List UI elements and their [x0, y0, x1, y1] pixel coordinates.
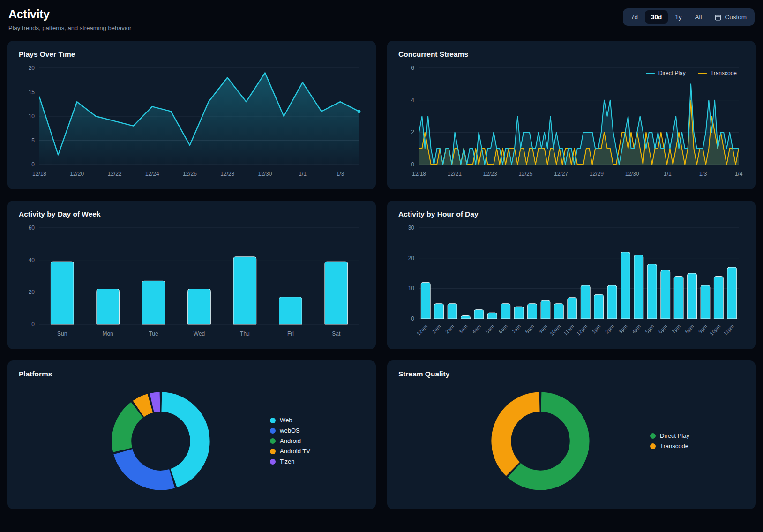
svg-text:12/26: 12/26 — [183, 171, 197, 177]
legend-item-transcode[interactable]: Transcode — [698, 70, 737, 76]
time-range-option-7d[interactable]: 7d — [625, 10, 644, 24]
legend-label: webOS — [280, 427, 300, 434]
svg-text:1/1: 1/1 — [299, 171, 307, 177]
svg-text:12/22: 12/22 — [107, 171, 121, 177]
legend-item-transcode[interactable]: Transcode — [650, 442, 689, 450]
concurrent-streams-legend: Direct PlayTranscode — [646, 70, 737, 76]
svg-text:3am: 3am — [457, 323, 469, 335]
panel-plays-over-time: Plays Over Time 0510152012/1812/2012/221… — [7, 41, 376, 189]
legend-label: Transcode — [711, 70, 737, 76]
legend-label: Web — [280, 417, 292, 424]
svg-text:0: 0 — [411, 161, 414, 168]
svg-text:7pm: 7pm — [671, 323, 682, 335]
legend-item-webos[interactable]: webOS — [270, 427, 310, 434]
svg-text:15: 15 — [29, 89, 35, 96]
svg-text:1/1: 1/1 — [664, 171, 672, 177]
hour-of-day-chart[interactable]: 010203012am1am2am3am4am5am6am7am8am9am10… — [397, 223, 745, 340]
time-range-option-30d[interactable]: 30d — [645, 10, 668, 24]
svg-text:Tue: Tue — [149, 330, 158, 337]
chart-title: Platforms — [19, 370, 366, 378]
svg-text:12/18: 12/18 — [412, 171, 426, 177]
day-of-week-chart[interactable]: 0204060SunMonTueWedThuFriSat — [18, 223, 366, 340]
svg-text:10pm: 10pm — [709, 323, 722, 337]
legend-label: Transcode — [660, 442, 688, 450]
svg-text:12/25: 12/25 — [518, 171, 532, 177]
plays-over-time-chart[interactable]: 0510152012/1812/2012/2212/2412/2612/2812… — [18, 63, 366, 180]
stream-quality-legend: Direct PlayTranscode — [650, 429, 689, 453]
page-title: Activity — [8, 7, 131, 21]
platforms-donut-chart[interactable] — [107, 387, 215, 495]
panel-concurrent-streams: Concurrent Streams 024612/1812/2112/2312… — [387, 41, 756, 189]
svg-text:12/18: 12/18 — [32, 171, 46, 177]
svg-text:Sat: Sat — [332, 330, 341, 337]
legend-label: Android — [280, 437, 301, 444]
stream-quality-donut-chart[interactable] — [486, 387, 594, 495]
legend-label: Tizen — [280, 458, 294, 465]
svg-text:10: 10 — [408, 285, 415, 292]
svg-text:12/30: 12/30 — [625, 171, 639, 177]
svg-text:12/28: 12/28 — [220, 171, 234, 177]
svg-text:11pm: 11pm — [722, 323, 735, 336]
svg-text:4pm: 4pm — [631, 323, 642, 335]
chart-title: Plays Over Time — [19, 50, 366, 59]
legend-dot — [650, 443, 656, 449]
page-title-block: Activity Play trends, patterns, and stre… — [8, 7, 131, 31]
calendar-icon — [715, 14, 721, 21]
svg-text:20: 20 — [29, 65, 35, 71]
legend-dot — [650, 433, 656, 439]
svg-text:8am: 8am — [524, 323, 535, 335]
legend-item-direct-play[interactable]: Direct Play — [646, 70, 686, 76]
svg-text:Thu: Thu — [240, 330, 250, 337]
time-range-label: All — [695, 14, 702, 21]
legend-label: Direct Play — [658, 70, 686, 76]
legend-label: Android TV — [280, 448, 310, 455]
svg-text:6pm: 6pm — [657, 323, 668, 335]
legend-item-android[interactable]: Android — [270, 437, 310, 444]
legend-item-android-tv[interactable]: Android TV — [270, 448, 310, 455]
svg-text:12/23: 12/23 — [483, 171, 497, 177]
chart-title: Concurrent Streams — [398, 50, 745, 59]
svg-text:20: 20 — [29, 289, 35, 295]
legend-dot — [270, 438, 276, 444]
time-range-label: 7d — [631, 14, 638, 21]
svg-text:4: 4 — [411, 97, 414, 104]
page-subtitle: Play trends, patterns, and streaming beh… — [8, 24, 131, 31]
svg-text:2pm: 2pm — [604, 323, 615, 335]
svg-text:12/30: 12/30 — [258, 171, 272, 177]
svg-text:10am: 10am — [549, 323, 562, 337]
svg-text:1/3: 1/3 — [337, 171, 344, 177]
panel-hour-of-day: Activity by Hour of Day 010203012am1am2a… — [387, 201, 756, 349]
svg-text:1pm: 1pm — [591, 323, 602, 335]
svg-text:Mon: Mon — [102, 330, 113, 337]
panel-platforms: Platforms WebwebOSAndroidAndroid TVTizen — [7, 360, 376, 509]
svg-text:12pm: 12pm — [576, 323, 589, 337]
svg-text:1/3: 1/3 — [699, 171, 707, 177]
svg-text:0: 0 — [411, 315, 414, 322]
legend-item-tizen[interactable]: Tizen — [270, 458, 310, 465]
page-header: Activity Play trends, patterns, and stre… — [8, 7, 755, 31]
svg-text:9am: 9am — [538, 323, 549, 335]
svg-text:7am: 7am — [511, 323, 522, 335]
svg-text:12/27: 12/27 — [554, 171, 568, 177]
concurrent-streams-chart[interactable]: 024612/1812/2112/2312/2512/2712/2912/301… — [397, 63, 745, 180]
time-range-option-all[interactable]: All — [688, 10, 708, 24]
svg-text:6am: 6am — [497, 323, 509, 335]
svg-text:8pm: 8pm — [684, 323, 695, 335]
svg-text:0: 0 — [31, 161, 35, 168]
time-range-label: Custom — [725, 14, 747, 21]
legend-dot — [270, 449, 276, 454]
time-range-option-custom[interactable]: Custom — [709, 10, 753, 24]
svg-text:Sun: Sun — [57, 330, 67, 337]
svg-text:9pm: 9pm — [697, 323, 709, 335]
legend-item-direct-play[interactable]: Direct Play — [650, 432, 689, 439]
platforms-donut-row: WebwebOSAndroidAndroid TVTizen — [18, 383, 366, 499]
legend-item-web[interactable]: Web — [270, 417, 310, 424]
time-range-option-1y[interactable]: 1y — [669, 10, 688, 24]
svg-text:1am: 1am — [431, 323, 442, 335]
time-range-label: 1y — [675, 14, 681, 21]
legend-swatch — [646, 73, 655, 74]
svg-text:5: 5 — [31, 137, 35, 144]
svg-text:3pm: 3pm — [617, 323, 628, 335]
svg-text:5pm: 5pm — [644, 323, 655, 335]
legend-dot — [270, 428, 276, 434]
